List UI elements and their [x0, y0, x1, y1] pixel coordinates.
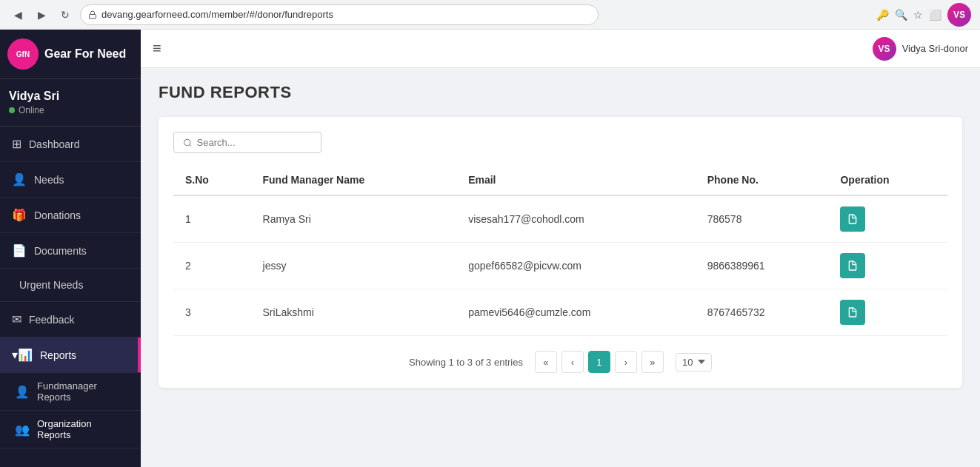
- page-1-button[interactable]: 1: [588, 351, 610, 373]
- sidebar-item-organization-reports[interactable]: 👥 Organization Reports: [0, 411, 141, 448]
- star-icon[interactable]: ☆: [913, 9, 923, 21]
- status-dot: [9, 107, 15, 113]
- col-name: Fund Manager Name: [251, 165, 457, 195]
- back-button[interactable]: ◀: [9, 6, 27, 24]
- needs-icon: 👤: [12, 172, 27, 187]
- user-avatar-topbar[interactable]: VS Vidya Sri-donor: [873, 37, 968, 61]
- col-email: Email: [456, 165, 696, 195]
- lock-icon: [88, 10, 97, 19]
- sidebar-item-donations[interactable]: 🎁 Donations: [0, 198, 141, 233]
- table-row: 1 Ramya Sri visesah177@cohodl.com 786578: [173, 195, 947, 243]
- sub-nav-label: Organization Reports: [37, 418, 126, 440]
- browser-action-icons: 🔑 🔍 ☆ ⬜ VS: [876, 3, 971, 27]
- top-bar: ≡ VS Vidya Sri-donor: [141, 30, 980, 68]
- cell-name: SriLakshmi: [251, 289, 457, 336]
- sidebar-item-label: Documents: [34, 245, 87, 257]
- sidebar-item-label: Reports: [40, 349, 76, 361]
- user-name: Vidya Sri: [9, 90, 132, 103]
- search-container[interactable]: [173, 132, 321, 153]
- search-wrapper: [173, 132, 947, 153]
- table-row: 2 jessy gopef66582@picvw.com 9866389961: [173, 243, 947, 289]
- fund-reports-table: S.No Fund Manager Name Email Phone No. O…: [173, 165, 947, 336]
- prev-page-button[interactable]: ‹: [561, 351, 584, 373]
- sidebar-item-label: Needs: [34, 174, 64, 186]
- first-page-button[interactable]: «: [535, 351, 557, 373]
- cell-sno: 3: [173, 289, 251, 336]
- file-icon: [847, 306, 859, 318]
- key-icon[interactable]: 🔑: [876, 9, 889, 21]
- sidebar-item-reports[interactable]: ▾📊 Reports: [0, 337, 141, 373]
- search-input[interactable]: [197, 137, 312, 148]
- search-browser-icon[interactable]: 🔍: [895, 9, 907, 21]
- page-title: FUND REPORTS: [159, 83, 962, 102]
- table-header: S.No Fund Manager Name Email Phone No. O…: [173, 165, 947, 195]
- cell-operation: [828, 243, 947, 289]
- extension-icon[interactable]: ⬜: [929, 9, 941, 21]
- fund-reports-card: S.No Fund Manager Name Email Phone No. O…: [159, 117, 962, 388]
- sidebar-item-needs[interactable]: 👤 Needs: [0, 162, 141, 198]
- sidebar-item-dashboard[interactable]: ⊞ Dashboard: [0, 127, 141, 162]
- sidebar-item-label: Urgent Needs: [19, 279, 83, 291]
- col-phone: Phone No.: [696, 165, 829, 195]
- user-section: Vidya Sri Online: [0, 79, 141, 127]
- browser-chrome: ◀ ▶ ↻ devang.gearforneed.com/member/#/do…: [0, 0, 980, 30]
- svg-point-1: [184, 139, 190, 145]
- view-report-button[interactable]: [840, 206, 865, 232]
- sidebar-item-label: Donations: [34, 209, 81, 221]
- forward-button[interactable]: ▶: [33, 6, 50, 24]
- sub-nav-label: Fundmanager Reports: [37, 380, 126, 403]
- dashboard-icon: ⊞: [12, 137, 21, 151]
- sidebar-item-fundmanager-reports[interactable]: 👤 Fundmanager Reports: [0, 373, 141, 411]
- main-content: ≡ VS Vidya Sri-donor FUND REPORTS: [141, 30, 980, 467]
- search-icon: [183, 138, 193, 148]
- feedback-icon: ✉: [12, 312, 21, 326]
- refresh-button[interactable]: ↻: [56, 6, 74, 24]
- svg-rect-0: [90, 14, 96, 19]
- last-page-button[interactable]: »: [641, 351, 664, 373]
- cell-sno: 2: [173, 243, 251, 289]
- sidebar-item-documents[interactable]: 📄 Documents: [0, 233, 141, 269]
- file-icon: [847, 260, 859, 272]
- cell-operation: [828, 289, 947, 336]
- cell-phone: 8767465732: [696, 289, 829, 336]
- sidebar-item-feedback[interactable]: ✉ Feedback: [0, 302, 141, 337]
- avatar-image: VS: [873, 37, 896, 61]
- donations-icon: 🎁: [12, 208, 27, 222]
- sidebar-item-label: Feedback: [29, 314, 74, 326]
- next-page-button[interactable]: ›: [615, 351, 637, 373]
- pagination-info: Showing 1 to 3 of 3 entries: [409, 357, 523, 368]
- sidebar-item-urgent-needs[interactable]: Urgent Needs: [0, 269, 141, 302]
- documents-icon: 📄: [12, 243, 27, 258]
- address-bar[interactable]: devang.gearforneed.com/member/#/donor/fu…: [80, 4, 599, 25]
- user-status: Online: [9, 105, 132, 115]
- cell-phone: 9866389961: [696, 243, 829, 289]
- pagination: Showing 1 to 3 of 3 entries « ‹ 1 › » 10…: [173, 351, 947, 373]
- cell-operation: [828, 195, 947, 243]
- organization-icon: 👥: [15, 423, 30, 437]
- cell-name: jessy: [251, 243, 457, 289]
- cell-phone: 786578: [696, 195, 829, 243]
- table-body: 1 Ramya Sri visesah177@cohodl.com 786578…: [173, 195, 947, 336]
- reports-icon: ▾📊: [12, 348, 33, 362]
- file-icon: [847, 213, 859, 225]
- col-sno: S.No: [173, 165, 251, 195]
- cell-name: Ramya Sri: [251, 195, 457, 243]
- sidebar: GfN Gear For Need Vidya Sri Online ⊞ Das…: [0, 30, 141, 467]
- hamburger-menu[interactable]: ≡: [153, 40, 161, 57]
- view-report-button[interactable]: [840, 253, 865, 278]
- cell-email: gopef66582@picvw.com: [456, 243, 696, 289]
- sidebar-logo[interactable]: GfN Gear For Need: [0, 30, 141, 79]
- view-report-button[interactable]: [840, 300, 865, 325]
- sidebar-item-label: Dashboard: [29, 138, 80, 150]
- page-content: FUND REPORTS S.No: [141, 68, 980, 467]
- topbar-username: Vidya Sri-donor: [902, 43, 968, 54]
- col-operation: Operation: [828, 165, 947, 195]
- logo-icon: GfN: [7, 38, 39, 70]
- page-size-select[interactable]: 10 25 50: [676, 353, 712, 372]
- cell-email: pamevi5646@cumzle.com: [456, 289, 696, 336]
- cell-email: visesah177@cohodl.com: [456, 195, 696, 243]
- fundmanager-icon: 👤: [15, 385, 30, 399]
- url-text: devang.gearforneed.com/member/#/donor/fu…: [101, 9, 333, 20]
- browser-user-avatar[interactable]: VS: [947, 3, 971, 27]
- svg-line-2: [190, 144, 191, 146]
